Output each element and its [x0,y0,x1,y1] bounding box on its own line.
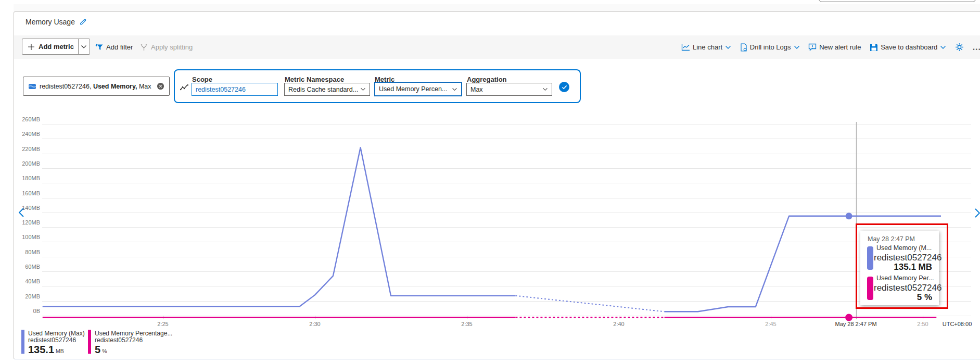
y-axis-label: 100MB [14,234,40,241]
x-axis-label: 2:45 [747,321,794,328]
legend-label: Used Memory (Max) [28,330,85,337]
legend-resource: redistest0527246 [95,337,172,344]
annotation-highlight-box [856,223,948,309]
y-axis-label: 60MB [14,264,40,270]
legend-item-used-memory[interactable]: Used Memory (Max) redistest0527246 135.1… [21,330,85,357]
y-axis-label: 260MB [14,116,40,123]
top-band [14,5,980,11]
y-axis-label: 180MB [14,175,40,182]
chart-area[interactable]: 0B20MB40MB60MB80MB100MB120MB140MB160MB18… [14,12,980,360]
x-axis-label: 2:35 [443,321,490,328]
y-axis-label: 80MB [14,249,40,256]
legend-resource: redistest0527246 [28,337,85,344]
y-axis-label: 200MB [14,160,40,167]
scroll-left-icon[interactable] [18,207,24,218]
x-axis-label: 2:40 [595,321,642,328]
y-axis-label: 20MB [14,293,40,300]
timezone-label: UTC+08:00 [933,321,980,328]
metrics-page: Memory Usage Add metric [0,0,980,362]
legend-value: 5% [95,344,172,357]
y-axis-label: 40MB [14,278,40,285]
chart-panel: Memory Usage Add metric [14,11,980,359]
legend-item-used-memory-percentage[interactable]: Used Memory Percentage... redistest05272… [88,330,172,357]
y-axis-label: 120MB [14,219,40,226]
cursor-time-label: May 28 2:47 PM [820,321,893,328]
y-axis-label: 160MB [14,190,40,197]
legend-color-bar [21,330,24,354]
legend-value: 135.1MB [28,344,85,357]
x-axis-label: 2:30 [291,321,338,328]
x-axis-label: 2:25 [139,321,186,328]
y-axis-label: 220MB [14,146,40,153]
legend-color-bar [88,330,91,354]
chart-svg [14,12,980,360]
legend-label: Used Memory Percentage... [95,330,172,337]
y-axis-label: 0B [14,308,40,315]
y-axis-label: 240MB [14,131,40,138]
scroll-right-icon[interactable] [974,208,980,218]
time-range-picker-partial[interactable] [819,0,976,2]
